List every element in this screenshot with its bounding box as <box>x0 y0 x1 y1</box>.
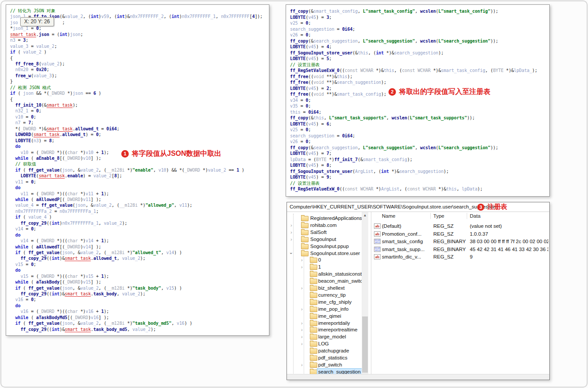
tree-item-label[interactable]: pdf_switch <box>317 362 343 368</box>
registry-value-row[interactable]: ab(Default)REG_SZ(value not set) <box>371 223 549 230</box>
chevron-right-icon[interactable]: › <box>301 341 303 347</box>
folder-icon <box>301 251 309 256</box>
registry-tree-item-SogouInput.store.user[interactable]: ›SogouInput.store.user <box>287 250 362 257</box>
value-data: 38 03 00 00 ff ff ff 7f 2c 00 02 00 02 0… <box>470 238 548 245</box>
registry-tree-item-patchupgrade[interactable]: patchupgrade <box>287 347 362 354</box>
chevron-right-icon[interactable]: › <box>301 362 303 368</box>
code-line: // 检测 JSON 格式 <box>10 85 265 90</box>
folder-icon <box>310 307 317 312</box>
chevron-right-icon[interactable]: › <box>301 285 303 291</box>
annotation-1: 1 将字段值从JSON数据中取出 <box>121 149 221 158</box>
registry-value-row[interactable]: 0110 1011smart_task_supp...REG_BINARY45 … <box>371 246 549 254</box>
tree-item-label[interactable]: ime_qimei <box>317 313 342 319</box>
registry-value-row[interactable]: 0110 1011smart_task_configREG_BINARY38 0… <box>371 238 549 246</box>
folder-icon <box>310 356 317 361</box>
code-line: if ( json && *(_DWORD *)json == 6 ) <box>10 90 265 96</box>
tree-item-label[interactable]: biz_shellext <box>317 285 345 291</box>
registry-tree-item-ime_pop_info[interactable]: ›ime_pop_info <box>287 305 362 313</box>
column-separator[interactable] <box>467 213 467 219</box>
registry-tree-item-imereportdaily[interactable]: ›imereportdaily <box>287 320 362 327</box>
column-header-type[interactable]: Type <box>433 212 444 220</box>
value-data: 9 <box>470 254 548 260</box>
tree-item-label[interactable]: RegisteredApplications <box>309 215 362 221</box>
tree-item-label[interactable]: patchupgrade <box>317 348 350 354</box>
string-value-icon: ab <box>374 223 381 229</box>
coordinate-tooltip: X: 20 Y: 26 <box>20 17 54 26</box>
chevron-down-icon[interactable]: › <box>288 252 294 254</box>
registry-tree-item-LOG[interactable]: ›LOG <box>287 340 362 347</box>
tree-item-label[interactable]: SogouInput <box>309 236 337 242</box>
code-line: v35 = 0; <box>290 103 545 109</box>
registry-tree-item-SogouInput[interactable]: ›SogouInput <box>287 236 362 243</box>
scrollbar-thumb[interactable] <box>362 316 368 373</box>
code-line: ff_copy(&search_suggestion, L"search_sug… <box>290 38 545 44</box>
registry-tree-item-rohitab.com[interactable]: ›rohitab.com <box>287 222 362 229</box>
registry-tree-item-0[interactable]: ›0 <box>287 256 362 263</box>
registry-tree-item-biz_shellext[interactable]: ›biz_shellext <box>287 284 362 291</box>
value-type: REG_BINARY <box>433 246 465 253</box>
chevron-right-icon[interactable]: › <box>301 327 303 333</box>
registry-tree-item-imereportrealtime[interactable]: ›imereportrealtime <box>287 326 362 333</box>
code-line: if ( value_2 ) <box>10 49 265 55</box>
tree-item-label[interactable]: SalSoft <box>309 229 327 235</box>
tree-item-label[interactable]: beacon_main_switch <box>317 278 362 284</box>
scrollbar-up-icon[interactable]: ▲ <box>362 212 368 219</box>
registry-tree-item-pdf_statistics[interactable]: pdf_statistics <box>287 354 362 361</box>
code-line: smart_task.json = (int)json; <box>10 32 265 37</box>
column-separator[interactable] <box>430 213 431 219</box>
decompiler-panel-right: ff_copy(&smart_task_config, L"smart_task… <box>286 4 550 197</box>
folder-icon <box>310 286 317 291</box>
registry-tree-item-pdf_switch[interactable]: ›pdf_switch <box>287 361 362 368</box>
code-line: ff_free((void **)&search_suggestion); <box>290 79 545 86</box>
tree-item-label[interactable]: SogouInput.store.user <box>309 250 361 256</box>
tree-item-label[interactable]: large_model <box>317 334 347 340</box>
registry-tree-item-1[interactable]: ›1 <box>287 263 362 270</box>
tree-item-label[interactable]: imereportdaily <box>317 320 351 326</box>
tree-item-label[interactable]: ime_cfg_shiply <box>317 299 352 305</box>
chevron-right-icon[interactable]: › <box>290 236 292 242</box>
registry-tree-item-allskin_statusiconstatis[interactable]: allskin_statusiconstatis <box>287 270 362 277</box>
code-line: while ( aTaskBody[(_DWORD)v15] ); <box>10 279 265 285</box>
tree-item-label[interactable]: ime_pop_info <box>317 306 349 312</box>
registry-value-row[interactable]: abPromotion_conf...REG_SZ1.0.0.37 <box>371 230 549 238</box>
chevron-right-icon[interactable]: › <box>290 222 292 228</box>
registry-tree-item-beacon_main_switch[interactable]: beacon_main_switch <box>287 277 362 284</box>
folder-icon <box>310 300 317 305</box>
chevron-right-icon[interactable]: › <box>301 334 303 340</box>
code-line: LOBYTE(v45) = 3; <box>290 14 545 21</box>
tree-item-label[interactable]: LOG <box>317 341 330 347</box>
registry-tree-item-currency_tip[interactable]: currency_tip <box>287 291 362 298</box>
tree-item-label[interactable]: pdf_statistics <box>317 355 348 361</box>
tree-item-label[interactable]: 0 <box>317 257 322 263</box>
registry-address-bar[interactable]: Computer\HKEY_CURRENT_USER\SOFTWARE\Sogo… <box>287 202 549 212</box>
code-line: if ( value_4 ) <box>10 214 265 220</box>
tree-item-label[interactable]: 1 <box>317 264 322 270</box>
code-line: v15 = (_DWORD *)((char *)v15 + 1); <box>10 273 265 279</box>
tree-scrollbar[interactable]: ▲ <box>362 212 368 374</box>
tree-item-label[interactable]: currency_tip <box>317 292 347 298</box>
registry-tree-item-ime_qimei[interactable]: ime_qimei <box>287 313 362 320</box>
registry-tree-item-search_suggestion[interactable]: search_suggestion <box>287 368 362 374</box>
column-header-name[interactable]: Name <box>382 212 396 220</box>
chevron-right-icon[interactable]: › <box>301 264 303 270</box>
code-line: n0x7FFFFFFFa_2 = n0x7FFFFFFFa_1; <box>10 208 265 214</box>
tree-item-label[interactable]: SogouInput.ppup <box>309 243 350 249</box>
column-header-data[interactable]: Data <box>470 212 480 220</box>
tree-item-label[interactable]: allskin_statusiconstatis <box>317 271 362 277</box>
registry-tree-item-SogouInput.ppup[interactable]: SogouInput.ppup <box>287 243 362 250</box>
value-type: REG_SZ <box>433 254 465 260</box>
registry-editor-window: Computer\HKEY_CURRENT_USER\SOFTWARE\Sogo… <box>287 202 550 380</box>
registry-tree-item-large_model[interactable]: ›large_model <box>287 333 362 340</box>
registry-tree-item-RegisteredApplications[interactable]: RegisteredApplications <box>287 215 362 222</box>
chevron-right-icon[interactable]: › <box>290 229 292 235</box>
tree-item-label[interactable]: imereportrealtime <box>317 327 358 333</box>
registry-tree-item-ime_cfg_shiply[interactable]: ime_cfg_shiply <box>287 298 362 305</box>
chevron-right-icon[interactable]: › <box>301 320 303 326</box>
code-line: v15 = 0; <box>10 262 265 267</box>
chevron-right-icon[interactable]: › <box>301 306 303 312</box>
registry-tree-item-SalSoft[interactable]: ›SalSoft <box>287 229 362 236</box>
registry-value-row[interactable]: absmartinfo_dic_v...REG_SZ9 <box>371 253 549 261</box>
horizontal-scrollbar[interactable] <box>287 374 549 380</box>
tree-item-label[interactable]: rohitab.com <box>309 222 338 228</box>
chevron-right-icon[interactable]: › <box>301 257 303 263</box>
